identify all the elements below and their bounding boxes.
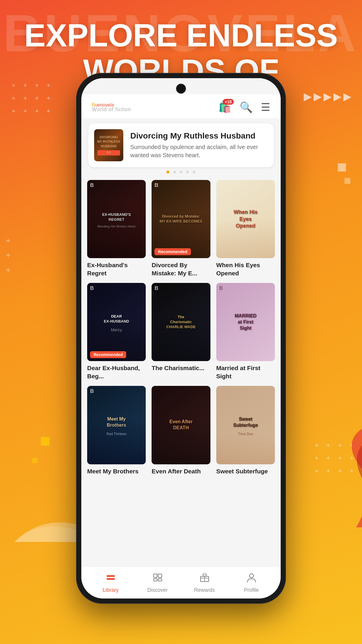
- camera-notch: [177, 85, 185, 93]
- logo-subtitle: World of fiction: [92, 106, 131, 113]
- svg-rect-1: [107, 578, 115, 580]
- dot-5: [193, 171, 196, 174]
- svg-point-7: [249, 574, 254, 578]
- dot-1: [166, 171, 169, 174]
- book-cover-bg-2: B Divorced by Mistake:MY EX-WIFE BECOMES: [152, 180, 210, 258]
- book-title-2: Divorced By Mistake: My E...: [152, 261, 210, 277]
- b-logo-5: B: [154, 285, 158, 291]
- phone-frame: Buenovela World of fiction 🛍️ +15 🔍 ☰: [76, 73, 286, 604]
- book-title-9: Sweet Subterfuge: [216, 467, 275, 475]
- notification-button[interactable]: 🛍️ +15: [218, 101, 231, 113]
- book-cover-text-9: SweetSubterfuge: [231, 414, 260, 431]
- hero-line1: EXPLORE ENDLESS: [23, 18, 339, 53]
- profile-icon: [246, 572, 257, 585]
- book-item-6[interactable]: B MARRIEDat FirstSight Married at First …: [216, 283, 275, 380]
- book-title-6: Married at First Sight: [216, 364, 275, 380]
- nav-discover[interactable]: Discover: [134, 572, 181, 593]
- app-content: Buenovela World of fiction 🛍️ +15 🔍 ☰: [81, 78, 281, 598]
- book-title-5: The Charismatic...: [152, 364, 210, 372]
- book-title-3: When His Eyes Opened: [216, 261, 275, 277]
- banner-description: Surrounded by opulence and acclaim, all …: [130, 143, 268, 159]
- b-logo-1: B: [90, 182, 94, 188]
- book-tag-4: Recommended: [90, 351, 126, 358]
- book-cover-1: B EX-HUSBAND'SREGRET Mending Her Broken …: [87, 180, 146, 258]
- svg-rect-4: [154, 579, 157, 581]
- book-cover-5: B TheCharismaticCHARLIE WADE: [152, 283, 210, 361]
- book-item-5[interactable]: B TheCharismaticCHARLIE WADE The Charism…: [152, 283, 210, 380]
- book-title-4: Dear Ex-Husband, Beg...: [87, 364, 146, 380]
- book-cover-3: When HisEyesOpened: [216, 180, 275, 258]
- banner-title: Divorcing My Ruthless Husband: [130, 131, 268, 141]
- svg-rect-2: [154, 574, 157, 578]
- app-header: Buenovela World of fiction 🛍️ +15 🔍 ☰: [81, 94, 281, 118]
- banner-info: Divorcing My Ruthless Husband Surrounded…: [130, 131, 268, 159]
- bottom-nav: Library Discover: [81, 566, 281, 598]
- books-grid: B EX-HUSBAND'SREGRET Mending Her Broken …: [87, 180, 275, 475]
- book-item-4[interactable]: B DEAREX-HUSBAND Mercy Recommended Dear …: [87, 283, 146, 380]
- dot-2: [173, 171, 176, 174]
- nav-label-rewards: Rewards: [194, 587, 215, 593]
- book-title-1: Ex-Husband's Regret: [87, 261, 146, 277]
- dot-4: [186, 171, 189, 174]
- nav-rewards[interactable]: Rewards: [181, 572, 228, 593]
- banner-cover-image: DIVORCINGMY RUTHLESSHUSBAND 9.9: [94, 129, 123, 161]
- b-logo-2: B: [154, 182, 158, 188]
- decorative-plus-left: +++: [6, 233, 10, 277]
- book-cover-9: SweetSubterfuge Trina Duo: [216, 386, 275, 464]
- book-cover-bg-5: B TheCharismaticCHARLIE WADE: [152, 283, 210, 361]
- book-item-1[interactable]: B EX-HUSBAND'SREGRET Mending Her Broken …: [87, 180, 146, 277]
- rewards-icon: [199, 572, 210, 585]
- book-title-7: Meet My Brothers: [87, 467, 146, 475]
- phone-screen: Buenovela World of fiction 🛍️ +15 🔍 ☰: [81, 78, 281, 598]
- book-cover-text-6: MARRIEDat FirstSight: [232, 311, 259, 333]
- book-cover-8: Even AfterDEATH: [152, 386, 210, 464]
- book-item-3[interactable]: When HisEyesOpened When His Eyes Opened: [216, 180, 275, 277]
- books-section: B EX-HUSBAND'SREGRET Mending Her Broken …: [81, 177, 281, 598]
- banner-pagination-dots: [81, 169, 281, 175]
- book-cover-2: B Divorced by Mistake:MY EX-WIFE BECOMES…: [152, 180, 210, 258]
- book-item-8[interactable]: Even AfterDEATH Even After Death: [152, 386, 210, 475]
- book-cover-bg-1: B EX-HUSBAND'SREGRET Mending Her Broken …: [87, 180, 146, 258]
- nav-label-profile: Profile: [244, 587, 259, 593]
- menu-icon[interactable]: ☰: [261, 101, 270, 113]
- decorative-square-2: [345, 178, 350, 184]
- b-logo-7: B: [90, 388, 94, 394]
- b-logo-6: B: [219, 285, 223, 291]
- dot-3: [180, 171, 182, 174]
- book-item-2[interactable]: B Divorced by Mistake:MY EX-WIFE BECOMES…: [152, 180, 210, 277]
- nav-library[interactable]: Library: [87, 572, 134, 593]
- book-cover-4: B DEAREX-HUSBAND Mercy Recommended: [87, 283, 146, 361]
- book-cover-bg-8: Even AfterDEATH: [152, 386, 210, 464]
- search-icon[interactable]: 🔍: [240, 101, 253, 113]
- decorative-square-3: [41, 437, 50, 446]
- b-logo-4: B: [90, 285, 94, 291]
- decorative-square-4: [32, 458, 37, 463]
- book-item-7[interactable]: B Meet MyBrothers Red Thirteen Meet My B…: [87, 386, 146, 475]
- book-title-8: Even After Death: [152, 467, 210, 475]
- book-cover-6: B MARRIEDat FirstSight: [216, 283, 275, 361]
- book-cover-bg-9: SweetSubterfuge Trina Duo: [216, 386, 275, 464]
- nav-profile[interactable]: Profile: [228, 572, 275, 593]
- svg-rect-3: [158, 574, 162, 578]
- book-cover-bg-7: B Meet MyBrothers Red Thirteen: [87, 386, 146, 464]
- discover-icon: [152, 572, 163, 585]
- book-cover-bg-6: B MARRIEDat FirstSight: [216, 283, 275, 361]
- banner-cover-text: DIVORCINGMY RUTHLESSHUSBAND 9.9: [97, 135, 120, 155]
- book-cover-bg-3: When HisEyesOpened: [216, 180, 275, 258]
- book-tag-2: Recommended: [154, 248, 191, 255]
- decorative-square-1: [338, 163, 346, 172]
- banner-cover-bg: DIVORCINGMY RUTHLESSHUSBAND 9.9: [94, 129, 123, 161]
- decorative-swoosh-right: [310, 411, 362, 527]
- library-icon: [106, 572, 116, 585]
- header-icons: 🛍️ +15 🔍 ☰: [218, 101, 270, 113]
- featured-banner[interactable]: DIVORCINGMY RUTHLESSHUSBAND 9.9 Divorcin…: [88, 123, 274, 167]
- book-cover-7: B Meet MyBrothers Red Thirteen: [87, 386, 146, 464]
- book-item-9[interactable]: SweetSubterfuge Trina Duo Sweet Subterfu…: [216, 386, 275, 475]
- phone-shell: Buenovela World of fiction 🛍️ +15 🔍 ☰: [76, 73, 286, 604]
- svg-rect-5: [158, 579, 162, 581]
- nav-label-discover: Discover: [147, 587, 168, 593]
- book-cover-bg-4: B DEAREX-HUSBAND Mercy: [87, 283, 146, 361]
- svg-rect-0: [107, 575, 115, 577]
- logo: Buenovela World of fiction: [92, 102, 131, 113]
- nav-label-library: Library: [103, 587, 119, 593]
